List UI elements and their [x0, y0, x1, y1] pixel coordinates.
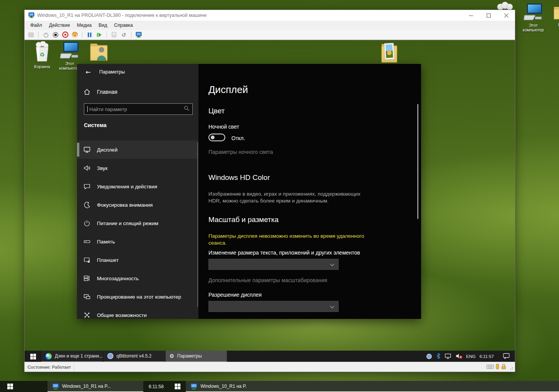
advanced-scaling-link[interactable]: Дополнительные параметры масштабирования [208, 277, 327, 283]
bluetooth-icon[interactable] [436, 353, 441, 360]
guest-recycle-bin-icon[interactable]: ♻ Корзина [28, 41, 56, 69]
icon-label: Ron [551, 22, 559, 27]
hyperv-task-icon [190, 383, 197, 390]
vm-window-title: Windows_10_R1 на PROLIANT-DL380 - подклю… [37, 13, 207, 18]
vm-toolbar: ↺ [25, 30, 515, 40]
language-indicator[interactable]: ENG [466, 354, 476, 359]
resume-icon[interactable] [96, 31, 103, 38]
display-icon [83, 146, 91, 154]
computer-icon [524, 3, 543, 21]
folder-icon [553, 4, 559, 20]
keyboard-icon [487, 364, 494, 370]
search-box[interactable] [84, 103, 193, 115]
usb-icon [496, 364, 499, 370]
taskbar-task-qbittorrent[interactable]: qBittorrent v4.5.2 [103, 351, 165, 362]
taskbar-task-settings[interactable]: ⚙ Параметры [166, 351, 227, 362]
home-label: Главная [97, 89, 117, 95]
guest-pictures-folder-icon[interactable] [375, 40, 403, 65]
vm-minimize-button[interactable] [462, 10, 480, 21]
power-disabled-icon[interactable] [43, 31, 49, 38]
notifications-icon [83, 183, 91, 190]
icon-label: Этот компьютер [518, 23, 549, 32]
vm-maximize-button[interactable] [480, 10, 497, 21]
settings-window: ← Параметры Главная [77, 64, 421, 319]
qbittorrent-tray-icon[interactable] [426, 354, 432, 359]
icon-label: Корзина [28, 64, 56, 69]
host-start-button[interactable] [0, 381, 20, 392]
sidebar-item-storage[interactable]: Память [77, 232, 198, 251]
vm-close-button[interactable] [497, 10, 515, 21]
ctrl-alt-del-icon[interactable] [28, 31, 34, 38]
shared-experiences-icon [83, 311, 91, 319]
resolution-label: Разрешение дисплея [208, 292, 262, 298]
night-light-label: Ночной свет [208, 124, 239, 130]
task-label: Дзен и еще 1 страни... [55, 353, 103, 359]
sidebar-item-sound[interactable]: Звук [77, 159, 198, 177]
sidebar-item-display[interactable]: Дисплей [77, 140, 198, 159]
host-folder-icon[interactable]: Ron [551, 4, 559, 27]
search-input[interactable] [89, 106, 184, 112]
pause-icon[interactable] [86, 31, 93, 38]
revert-icon[interactable]: ↺ [120, 31, 127, 38]
guest-clock[interactable]: 6:11:57 [479, 354, 494, 359]
sidebar-item-shared-experiences[interactable]: Общие возможности [77, 306, 198, 319]
night-light-toggle[interactable] [208, 134, 225, 141]
vm-status-text: Состояние: Работает [25, 362, 74, 372]
task-label: Windows_10_R1 на P. [200, 384, 246, 389]
action-center-icon[interactable] [503, 353, 510, 360]
back-button[interactable]: ← [82, 67, 95, 77]
host-task-vmconnect[interactable]: Windows_10_R1 на P... [48, 381, 143, 392]
hyperv-task-icon [52, 383, 59, 390]
menu-file[interactable]: Файл [27, 21, 46, 29]
sidebar-item-tablet[interactable]: Планшет [77, 251, 198, 269]
resolution-dropdown[interactable] [208, 301, 339, 312]
statusbar-icons [487, 364, 515, 370]
sidebar-item-notifications[interactable]: Уведомления и действия [77, 177, 198, 196]
qbittorrent-icon [107, 353, 113, 359]
network-icon[interactable] [445, 353, 452, 360]
text-caret [87, 106, 88, 112]
selection-indicator [77, 143, 79, 157]
lock-icon [501, 364, 506, 370]
guest-desktop: ♻ Корзина Этот компьютер [25, 40, 515, 362]
sidebar-section-header: Система [84, 122, 107, 128]
sidebar-item-power-sleep[interactable]: Питание и спящий режим [77, 214, 198, 232]
resize-grip[interactable] [508, 365, 513, 369]
host-clock[interactable]: 6:11:58 [143, 381, 169, 392]
sidebar-item-focus-assist[interactable]: Фокусировка внимания [77, 196, 198, 214]
shutdown-icon[interactable] [62, 31, 69, 38]
task-label: Параметры [177, 353, 202, 359]
recycle-bin-icon: ♻ [33, 41, 51, 62]
night-light-settings-link[interactable]: Параметры ночного света [208, 149, 273, 155]
turn-off-icon[interactable] [52, 31, 59, 38]
power-icon [83, 219, 91, 227]
scale-dropdown[interactable] [208, 259, 339, 270]
menu-view[interactable]: Вид [95, 21, 111, 29]
guest-user-folder-icon[interactable] [85, 41, 113, 64]
guest-start-button[interactable] [25, 351, 41, 362]
enhanced-session-icon[interactable] [135, 31, 142, 38]
toggle-knob [211, 136, 215, 139]
sidebar-scrollbar[interactable] [197, 142, 198, 307]
content-scrollbar[interactable] [417, 104, 418, 219]
volume-muted-icon[interactable] [456, 353, 462, 360]
search-icon[interactable] [184, 106, 189, 113]
checkpoint-icon[interactable] [111, 31, 118, 38]
menu-help[interactable]: Справка [111, 21, 136, 29]
sidebar-item-projecting[interactable]: Проецирование на этот компьютер [77, 287, 198, 306]
taskbar-task-edge[interactable]: Дзен и еще 1 страни... [41, 351, 103, 362]
host-task-vmconnect-2[interactable]: Windows_10_R1 на P. [186, 381, 559, 392]
sidebar-item-multitasking[interactable]: Многозадачность [77, 269, 198, 287]
chevron-down-icon [330, 303, 334, 310]
guest-system-tray: ENG 6:11:57 [426, 351, 515, 362]
vm-titlebar[interactable]: Windows_10_R1 на PROLIANT-DL380 - подклю… [25, 10, 515, 21]
menu-action[interactable]: Действие [46, 21, 74, 29]
host-start-button-2[interactable] [169, 381, 186, 392]
host-recycle-bin-icon[interactable] [495, 1, 515, 10]
save-state-icon[interactable] [71, 31, 78, 38]
windows-logo-icon [175, 384, 180, 389]
menu-media[interactable]: Медиа [74, 21, 95, 29]
storage-icon [83, 238, 91, 245]
host-computer-icon[interactable]: Этот компьютер [518, 3, 549, 32]
sidebar-item-home[interactable]: Главная [83, 87, 190, 97]
